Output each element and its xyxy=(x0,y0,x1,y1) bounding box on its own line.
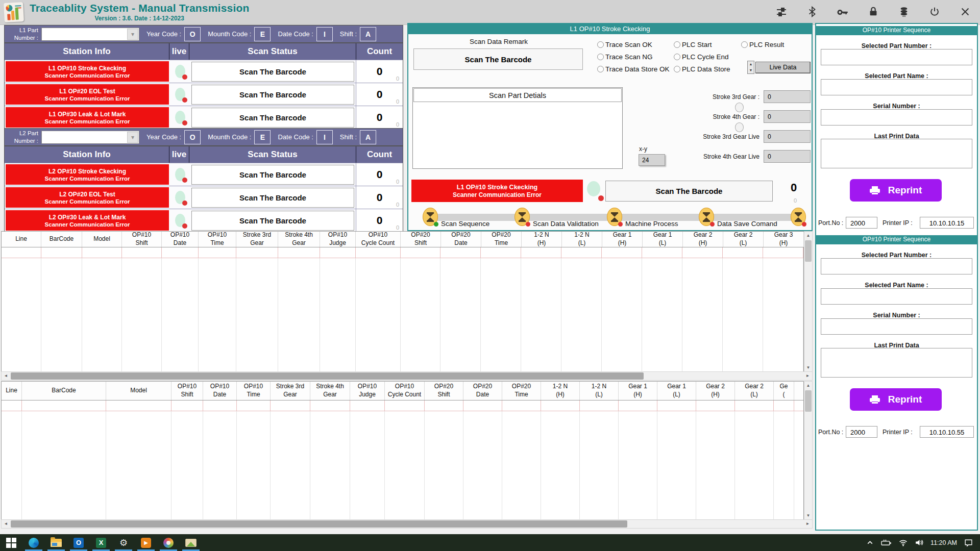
printer-serial-input[interactable] xyxy=(821,318,972,335)
edge-icon[interactable] xyxy=(22,534,45,551)
column-header-stroke-4th-gear[interactable]: Stroke 4th Gear xyxy=(278,232,320,247)
radio-trace-scan-ok[interactable]: Trace Scan OK xyxy=(597,38,670,51)
printer-part-name-input[interactable] xyxy=(821,288,972,305)
column-header-op-10-shift[interactable]: OP#10 Shift xyxy=(122,232,162,247)
vertical-scrollbar[interactable]: ▲▼ xyxy=(804,231,813,372)
printer-ip-input[interactable]: 10.10.10.55 xyxy=(920,426,974,438)
paint-icon[interactable] xyxy=(157,534,180,551)
column-header-barcode[interactable]: BarCode xyxy=(41,232,82,247)
column-header-op-10-judge[interactable]: OP#10 Judge xyxy=(320,232,356,247)
key-icon[interactable] xyxy=(835,4,850,19)
column-header-1-2-n-h[interactable]: 1-2 N (H) xyxy=(522,232,562,247)
live-data-spinner[interactable]: ▲▼ xyxy=(747,61,754,74)
file-explorer-icon[interactable] xyxy=(45,534,67,551)
column-header-1-2-n-l[interactable]: 1-2 N (L) xyxy=(562,232,602,247)
printer-part-name-input[interactable] xyxy=(821,79,972,95)
column-header-op-10-time[interactable]: OP#10 Time xyxy=(237,382,271,400)
column-header-gear-2-l[interactable]: Gear 2 (L) xyxy=(723,232,764,247)
outlook-icon[interactable]: O xyxy=(67,534,90,551)
reprint-button[interactable]: Reprint xyxy=(850,179,942,202)
battery-icon[interactable] xyxy=(881,539,892,546)
notification-center-icon[interactable] xyxy=(964,538,973,547)
column-header-op-10-cycle-count[interactable]: OP#10 Cycle Count xyxy=(385,382,425,400)
column-header-ge[interactable]: Ge ( xyxy=(774,382,794,400)
column-header-barcode[interactable]: BarCode xyxy=(22,382,106,400)
date-code-value[interactable]: I xyxy=(316,130,333,144)
chevron-up-icon[interactable] xyxy=(866,539,874,546)
column-header-gear-1-l[interactable]: Gear 1 (L) xyxy=(643,232,683,247)
column-header-op-20-shift[interactable]: OP#20 Shift xyxy=(425,382,463,400)
start-icon[interactable] xyxy=(0,534,22,551)
horizontal-scrollbar[interactable]: ◄► xyxy=(1,371,813,381)
column-header-line[interactable]: Line xyxy=(2,232,41,247)
volume-icon[interactable] xyxy=(915,538,923,547)
column-header-1-2-n-h[interactable]: 1-2 N (H) xyxy=(541,382,580,400)
horizontal-scrollbar[interactable]: ◄► xyxy=(1,519,813,529)
column-header-op-20-date[interactable]: OP#20 Date xyxy=(441,232,481,247)
bluetooth-icon[interactable] xyxy=(804,4,820,19)
printer-serial-input[interactable] xyxy=(821,109,972,126)
column-header-stroke-4th-gear[interactable]: Stroke 4th Gear xyxy=(310,382,350,400)
scroll-left-arrow[interactable]: ◄ xyxy=(2,372,10,380)
excel-icon[interactable]: X xyxy=(90,534,112,551)
column-header-gear-2-l[interactable]: Gear 2 (L) xyxy=(735,382,774,400)
column-header-op-20-shift[interactable]: OP#20 Shift xyxy=(401,232,441,247)
date-code-value[interactable]: I xyxy=(316,27,333,41)
gear-field-value[interactable]: 0 xyxy=(764,150,811,163)
media-player-icon[interactable]: ▶ xyxy=(135,534,157,551)
scroll-up-arrow[interactable]: ▲ xyxy=(804,232,812,240)
column-header-op-10-shift[interactable]: OP#10 Shift xyxy=(172,382,203,400)
scrollbar-thumb[interactable] xyxy=(805,390,812,412)
month-code-value[interactable]: E xyxy=(254,130,271,144)
database-icon[interactable] xyxy=(896,4,912,19)
column-header-op-10-cycle-count[interactable]: OP#10 Cycle Count xyxy=(356,232,401,247)
scroll-down-arrow[interactable]: ▼ xyxy=(804,364,812,372)
column-header-line[interactable]: Line xyxy=(2,382,22,400)
column-header-gear-2-h[interactable]: Gear 2 (H) xyxy=(683,232,723,247)
column-header-op-20-time[interactable]: OP#20 Time xyxy=(481,232,522,247)
port-number-input[interactable]: 2000 xyxy=(846,217,877,229)
printer-last-print-input[interactable] xyxy=(821,139,972,168)
column-header-gear-1-h[interactable]: Gear 1 (H) xyxy=(619,382,657,400)
radio-plc-data-store[interactable]: PLC Data Store xyxy=(674,63,730,75)
scrollbar-thumb[interactable] xyxy=(11,520,627,528)
column-header-op-10-time[interactable]: OP#10 Time xyxy=(199,232,236,247)
month-code-value[interactable]: E xyxy=(254,27,271,41)
power-icon[interactable] xyxy=(927,4,942,19)
column-header-stroke-3rd-gear[interactable]: Stroke 3rd Gear xyxy=(236,232,278,247)
close-icon[interactable] xyxy=(958,4,973,19)
radio-plc-start[interactable]: PLC Start xyxy=(674,38,730,51)
column-header-op-10-date[interactable]: OP#10 Date xyxy=(162,232,199,247)
shift-code-value[interactable]: A xyxy=(360,27,376,41)
column-header-gear-1-l[interactable]: Gear 1 (L) xyxy=(657,382,696,400)
column-header-gear-2-h[interactable]: Gear 2 (H) xyxy=(696,382,735,400)
l1-part-number-select[interactable]: ▾ xyxy=(41,28,139,41)
printer-part-number-input[interactable] xyxy=(821,258,972,274)
column-header-stroke-3rd-gear[interactable]: Stroke 3rd Gear xyxy=(271,382,310,400)
scrollbar-thumb[interactable] xyxy=(805,240,812,262)
column-header-1-2-n-l[interactable]: 1-2 N (L) xyxy=(580,382,619,400)
shift-code-value[interactable]: A xyxy=(360,130,376,144)
scroll-up-arrow[interactable]: ▲ xyxy=(804,382,812,390)
scroll-right-arrow[interactable]: ► xyxy=(803,372,812,380)
printer-part-number-input[interactable] xyxy=(821,49,972,65)
gear-field-value[interactable]: 0 xyxy=(764,130,811,143)
wifi-icon[interactable] xyxy=(899,538,908,547)
lock-icon[interactable] xyxy=(866,4,881,19)
reprint-button[interactable]: Reprint xyxy=(850,388,942,411)
radio-plc-cycle-end[interactable]: PLC Cycle End xyxy=(674,51,730,63)
photos-icon[interactable] xyxy=(180,534,202,551)
radio-trace-data-store-ok[interactable]: Trace Data Store OK xyxy=(597,63,670,75)
clock[interactable]: 11:20 AM xyxy=(930,539,957,546)
column-header-model[interactable]: Model xyxy=(106,382,172,400)
year-code-value[interactable]: O xyxy=(184,27,201,41)
gear-field-value[interactable]: 0 xyxy=(764,110,811,123)
printer-ip-input[interactable]: 10.10.10.15 xyxy=(920,217,974,229)
l2-part-number-select[interactable]: ▾ xyxy=(41,131,139,144)
scroll-left-arrow[interactable]: ◄ xyxy=(2,520,10,528)
radio-trace-scan-ng[interactable]: Trace Scan NG xyxy=(597,51,670,63)
column-header-op-10-date[interactable]: OP#10 Date xyxy=(203,382,237,400)
tune-icon[interactable] xyxy=(774,4,789,19)
gear-field-value[interactable]: 0 xyxy=(764,90,811,103)
column-header-gear-3-h[interactable]: Gear 3 (H) xyxy=(764,232,804,247)
